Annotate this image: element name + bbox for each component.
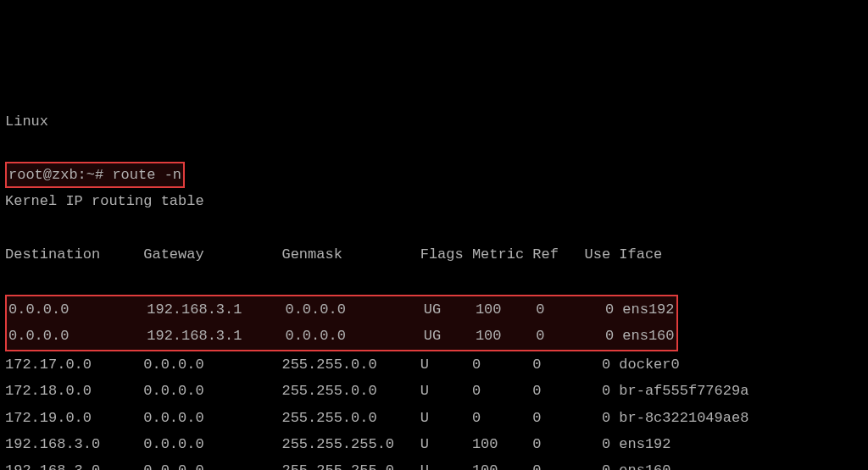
table-header: Destination Gateway Genmask Flags Metric… bbox=[5, 241, 863, 268]
table-row: 192.168.3.0 0.0.0.0 255.255.255.0 U 100 … bbox=[5, 457, 863, 470]
highlighted-routes: 0.0.0.0 192.168.3.1 0.0.0.0 UG 100 0 0 e… bbox=[5, 295, 678, 351]
command-text: route -n bbox=[112, 167, 181, 183]
table-row: 192.168.3.0 0.0.0.0 255.255.255.0 U 100 … bbox=[5, 431, 863, 457]
os-line: Linux bbox=[5, 108, 863, 135]
table-title: Kernel IP routing table bbox=[5, 188, 863, 214]
command-line-highlight: root@zxb:~# route -n bbox=[5, 162, 185, 188]
table-row: 172.17.0.0 0.0.0.0 255.255.0.0 U 0 0 0 d… bbox=[5, 351, 863, 378]
table-row: 172.18.0.0 0.0.0.0 255.255.0.0 U 0 0 0 b… bbox=[5, 378, 863, 404]
shell-prompt: root@zxb:~# bbox=[8, 167, 103, 183]
table-row: 172.19.0.0 0.0.0.0 255.255.0.0 U 0 0 0 b… bbox=[5, 405, 863, 431]
route-rows: 172.17.0.0 0.0.0.0 255.255.0.0 U 0 0 0 d… bbox=[5, 351, 863, 470]
